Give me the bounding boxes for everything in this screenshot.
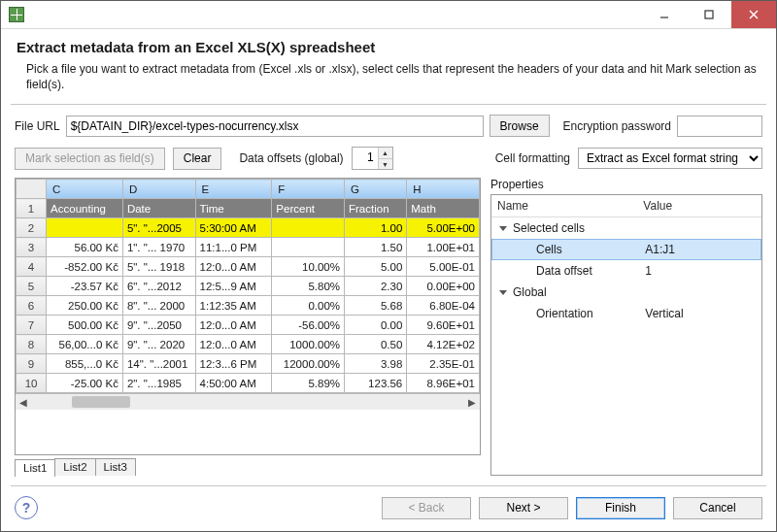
data-cell[interactable]: 1.00 (345, 218, 407, 238)
data-cell[interactable]: 5.00E-01 (407, 257, 480, 277)
data-cell[interactable]: 9". "...2050 (122, 316, 195, 335)
window-maximize-button[interactable] (687, 1, 731, 28)
next-button[interactable]: Next > (479, 497, 568, 519)
encryption-password-input[interactable] (677, 116, 762, 137)
data-cell[interactable]: 5:30:00 AM (195, 218, 272, 238)
row-number[interactable]: 6 (17, 296, 47, 316)
properties-group[interactable]: Global (491, 282, 761, 303)
data-cell[interactable]: 12:0...0 AM (195, 257, 272, 277)
data-cell[interactable]: 5.68 (345, 296, 407, 316)
data-cell[interactable]: 6.80E-04 (407, 296, 480, 316)
data-cell[interactable] (272, 218, 345, 238)
spinner-down-icon[interactable]: ▼ (379, 159, 392, 170)
sheet-tab[interactable]: List1 (15, 459, 55, 477)
data-cell[interactable]: 12:0...0 AM (195, 335, 272, 354)
data-offsets-value[interactable] (353, 148, 378, 167)
properties-row[interactable]: Data offset1 (491, 260, 761, 282)
cell-formatting-select[interactable]: Extract as Excel format string (578, 148, 762, 169)
properties-tree[interactable]: Name Value Selected cellsCellsA1:J1Data … (490, 194, 762, 476)
scroll-right-icon[interactable]: ▶ (464, 397, 480, 408)
mark-selection-button[interactable]: Mark selection as field(s) (15, 148, 165, 170)
data-cell[interactable]: 123.56 (345, 374, 407, 393)
horizontal-scrollbar[interactable]: ◀ ▶ (16, 393, 480, 410)
data-cell[interactable]: 5.80% (272, 277, 345, 296)
row-number[interactable]: 7 (17, 316, 47, 335)
row-number[interactable]: 9 (17, 354, 47, 374)
data-cell[interactable]: 8". "... 2000 (122, 296, 195, 316)
window-minimize-button[interactable] (642, 1, 687, 28)
data-cell[interactable]: 2". "...1985 (122, 374, 195, 393)
column-header[interactable]: D (122, 180, 195, 199)
data-cell[interactable]: 4.12E+02 (407, 335, 480, 354)
data-cell[interactable]: 12000.00% (272, 354, 345, 374)
data-cell[interactable]: 2.30 (345, 277, 407, 296)
data-cell[interactable]: 1:12:35 AM (195, 296, 272, 316)
data-cell[interactable]: 0.00E+00 (407, 277, 480, 296)
data-cell[interactable]: 250.00 Kč (47, 296, 123, 316)
browse-button[interactable]: Browse (490, 115, 550, 137)
data-cell[interactable]: 6". "...2012 (122, 277, 195, 296)
column-header[interactable]: G (345, 180, 407, 199)
properties-row[interactable]: CellsA1:J1 (491, 239, 761, 260)
data-cell[interactable]: 12:3...6 PM (195, 354, 272, 374)
header-cell[interactable]: Accounting (47, 199, 123, 218)
data-cell[interactable]: 12:0...0 AM (195, 316, 272, 335)
data-cell[interactable]: -56.00% (272, 316, 345, 335)
data-cell[interactable]: 5.00 (345, 257, 407, 277)
data-cell[interactable] (272, 238, 345, 257)
data-cell[interactable]: 56.00 Kč (47, 238, 123, 257)
data-cell[interactable]: 500.00 Kč (47, 316, 123, 335)
data-cell[interactable]: 8.96E+01 (407, 374, 480, 393)
data-cell[interactable]: 2.35E-01 (407, 354, 480, 374)
sheet-tab[interactable]: List3 (95, 458, 136, 476)
header-cell[interactable]: Fraction (345, 199, 407, 218)
help-icon[interactable]: ? (15, 496, 38, 519)
data-cell[interactable]: -852.00 Kč (47, 257, 123, 277)
properties-row[interactable]: OrientationVertical (491, 303, 761, 324)
header-cell[interactable]: Math (407, 199, 480, 218)
data-cell[interactable]: 0.00 (345, 316, 407, 335)
data-cell[interactable]: 0.00% (272, 296, 345, 316)
row-number[interactable]: 10 (17, 374, 47, 393)
data-cell[interactable]: 5.89% (272, 374, 345, 393)
row-number[interactable]: 5 (17, 277, 47, 296)
data-cell[interactable]: 855,...0 Kč (47, 354, 123, 374)
back-button[interactable]: < Back (382, 497, 471, 519)
data-cell[interactable]: 5". "...2005 (122, 218, 195, 238)
scroll-left-icon[interactable]: ◀ (16, 397, 31, 408)
data-cell[interactable]: 0.50 (345, 335, 407, 354)
header-cell[interactable]: Date (122, 199, 195, 218)
column-header[interactable]: E (195, 180, 272, 199)
sheet-tab[interactable]: List2 (54, 458, 95, 476)
header-cell[interactable]: Percent (272, 199, 345, 218)
properties-group[interactable]: Selected cells (491, 217, 761, 239)
data-cell[interactable]: 56,00...0 Kč (47, 335, 123, 354)
data-cell[interactable]: 9.60E+01 (407, 316, 480, 335)
data-cell[interactable]: -25.00 Kč (47, 374, 123, 393)
row-number[interactable]: 2 (17, 218, 47, 238)
spinner-up-icon[interactable]: ▲ (379, 148, 392, 159)
data-cell[interactable]: 10.00% (272, 257, 345, 277)
data-cell[interactable]: 5.00E+00 (407, 218, 480, 238)
column-header[interactable]: H (407, 180, 480, 199)
data-cell[interactable]: 11:1...0 PM (195, 238, 272, 257)
data-cell[interactable]: 9". "... 2020 (122, 335, 195, 354)
data-cell[interactable]: 12:5...9 AM (195, 277, 272, 296)
data-cell[interactable]: 5". "... 1918 (122, 257, 195, 277)
data-cell[interactable]: 1". "... 1970 (122, 238, 195, 257)
finish-button[interactable]: Finish (576, 497, 665, 519)
data-cell[interactable]: -23.57 Kč (47, 277, 123, 296)
file-url-input[interactable] (66, 116, 484, 137)
data-cell[interactable]: 1.00E+01 (407, 238, 480, 257)
scroll-thumb[interactable] (72, 396, 130, 408)
header-cell[interactable]: Time (195, 199, 272, 218)
column-header[interactable]: C (47, 180, 123, 199)
data-cell[interactable]: 1000.00% (272, 335, 345, 354)
window-close-button[interactable] (731, 1, 776, 28)
row-number[interactable]: 4 (17, 257, 47, 277)
preview-table[interactable]: CDEFGH 1AccountingDateTimePercentFractio… (16, 179, 480, 393)
row-number[interactable]: 8 (17, 335, 47, 354)
data-cell[interactable]: 3.98 (345, 354, 407, 374)
cancel-button[interactable]: Cancel (673, 497, 762, 519)
data-cell[interactable] (47, 218, 123, 238)
